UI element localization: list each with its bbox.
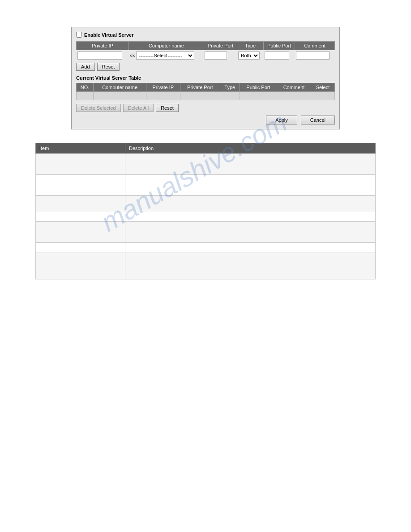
col-comment: Comment <box>295 42 335 50</box>
ref-row-2 <box>36 175 376 196</box>
ref-cell-desc-4 <box>125 211 376 222</box>
ref-row-1 <box>36 154 376 175</box>
reset-button[interactable]: Reset <box>97 63 120 71</box>
virtual-server-panel: Enable Virtual Server Private IP Compute… <box>71 27 340 129</box>
private-ip-input[interactable] <box>77 51 122 60</box>
cvs-cell-comp <box>94 92 146 100</box>
enable-row: Enable Virtual Server <box>76 32 335 38</box>
computer-name-select[interactable]: ---------Select--------- <box>136 51 194 60</box>
ref-row-7 <box>36 253 376 279</box>
ref-cell-desc-3 <box>125 196 376 211</box>
cvs-col-select: Select <box>311 83 334 92</box>
private-port-input[interactable] <box>205 51 227 60</box>
public-port-input[interactable] <box>265 51 289 60</box>
cvs-col-type: Type <box>220 83 240 92</box>
cvs-cell-type <box>220 92 240 100</box>
ref-cell-item-4 <box>36 211 125 222</box>
cvs-cell-select <box>311 92 334 100</box>
ref-cell-desc-5 <box>125 222 376 243</box>
vs-header-table: Private IP Computer name Private Port Ty… <box>76 41 335 61</box>
cvs-empty-row <box>77 92 335 100</box>
cvs-col-private-ip: Private IP <box>146 83 180 92</box>
apply-button[interactable]: Apply <box>266 116 297 124</box>
comment-input[interactable] <box>296 51 330 60</box>
cvs-cell-pport <box>180 92 220 100</box>
ref-cell-desc-6 <box>125 243 376 253</box>
ref-row-3 <box>36 196 376 211</box>
col-private-port: Private Port <box>204 42 237 50</box>
cvs-cell-ip <box>146 92 180 100</box>
enable-virtual-server-checkbox[interactable] <box>76 32 82 38</box>
cvs-col-public-port: Public Port <box>240 83 277 92</box>
apply-cancel-row: Apply Cancel <box>76 116 335 124</box>
cvs-col-private-port: Private Port <box>180 83 220 92</box>
col-computer-name: Computer name <box>129 42 204 50</box>
ref-cell-item-2 <box>36 175 125 196</box>
col-type: Type <box>237 42 264 50</box>
ref-col-item: Item <box>36 143 125 154</box>
cvs-cell-no <box>77 92 94 100</box>
vs-input-row: << ---------Select--------- Both TCP UDP <box>77 50 335 61</box>
reference-table: Item Description <box>35 143 376 279</box>
cvs-col-no: NO. <box>77 83 94 92</box>
delete-all-button: Delete All <box>123 104 154 112</box>
ref-cell-item-7 <box>36 253 125 279</box>
cvs-cell-comment <box>277 92 311 100</box>
select-prefix: << <box>130 53 136 58</box>
col-public-port: Public Port <box>264 42 295 50</box>
type-select[interactable]: Both TCP UDP <box>238 51 260 60</box>
ref-cell-desc-7 <box>125 253 376 279</box>
current-virtual-server-table: NO. Computer name Private IP Private Por… <box>76 83 335 100</box>
ref-cell-desc-1 <box>125 154 376 175</box>
add-button[interactable]: Add <box>76 63 95 71</box>
delete-row: Delete Selected Delete All Reset <box>76 104 335 112</box>
ref-cell-item-1 <box>36 154 125 175</box>
ref-cell-item-6 <box>36 243 125 253</box>
current-table-title: Current Virtual Server Table <box>76 75 335 81</box>
cvs-col-computer-name: Computer name <box>94 83 146 92</box>
ref-cell-desc-2 <box>125 175 376 196</box>
cvs-col-comment: Comment <box>277 83 311 92</box>
ref-cell-item-5 <box>36 222 125 243</box>
col-private-ip: Private IP <box>77 42 129 50</box>
ref-row-6 <box>36 243 376 253</box>
ref-cell-item-3 <box>36 196 125 211</box>
enable-label: Enable Virtual Server <box>84 32 133 38</box>
ref-col-desc: Description <box>125 143 376 154</box>
reset-button-2[interactable]: Reset <box>156 104 179 112</box>
delete-selected-button: Delete Selected <box>76 104 121 112</box>
ref-row-5 <box>36 222 376 243</box>
ref-row-4 <box>36 211 376 222</box>
cvs-cell-pubport <box>240 92 277 100</box>
cancel-button[interactable]: Cancel <box>301 116 335 124</box>
add-reset-row: Add Reset <box>76 63 335 71</box>
